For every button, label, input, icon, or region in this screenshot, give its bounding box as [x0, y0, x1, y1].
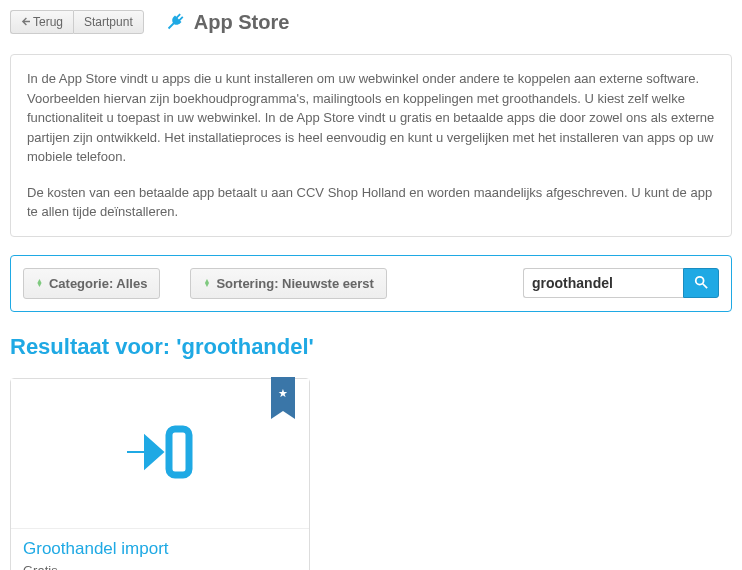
app-card-body: Groothandel import Gratis — [11, 529, 309, 571]
search-group — [523, 268, 719, 298]
home-button[interactable]: Startpunt — [73, 10, 144, 34]
app-name: Groothandel import — [23, 539, 297, 559]
sort-filter-button[interactable]: ▲▼ Sortering: Nieuwste eerst — [190, 268, 386, 299]
import-icon — [125, 423, 195, 484]
svg-line-1 — [703, 283, 707, 287]
back-label: Terug — [33, 15, 63, 29]
home-label: Startpunt — [84, 15, 133, 29]
sort-icon: ▲▼ — [36, 279, 43, 287]
search-icon — [694, 275, 708, 292]
back-button[interactable]: Terug — [10, 10, 73, 34]
featured-ribbon: ★ — [271, 377, 295, 411]
search-input[interactable] — [523, 268, 683, 298]
svg-rect-2 — [169, 429, 189, 475]
filter-bar: ▲▼ Categorie: Alles ▲▼ Sortering: Nieuws… — [10, 255, 732, 312]
category-filter-button[interactable]: ▲▼ Categorie: Alles — [23, 268, 160, 299]
sort-filter-label: Sortering: Nieuwste eerst — [216, 276, 374, 291]
search-button[interactable] — [683, 268, 719, 298]
svg-point-0 — [696, 276, 704, 284]
info-paragraph-1: In de App Store vindt u apps die u kunt … — [27, 69, 715, 167]
app-card[interactable]: ★ Groothandel import Gratis — [10, 378, 310, 571]
app-thumbnail: ★ — [11, 379, 309, 529]
top-bar: Terug Startpunt App Store — [10, 10, 732, 34]
info-paragraph-2: De kosten van een betaalde app betaalt u… — [27, 183, 715, 222]
app-price: Gratis — [23, 563, 297, 571]
sort-icon: ▲▼ — [203, 279, 210, 287]
info-box: In de App Store vindt u apps die u kunt … — [10, 54, 732, 237]
page-title: App Store — [164, 11, 290, 34]
arrow-left-icon — [21, 15, 30, 29]
category-filter-label: Categorie: Alles — [49, 276, 148, 291]
star-icon: ★ — [278, 387, 288, 400]
nav-button-group: Terug Startpunt — [10, 10, 144, 34]
page-title-text: App Store — [194, 11, 290, 34]
plug-icon — [159, 6, 190, 37]
results-heading: Resultaat voor: 'groothandel' — [10, 334, 732, 360]
